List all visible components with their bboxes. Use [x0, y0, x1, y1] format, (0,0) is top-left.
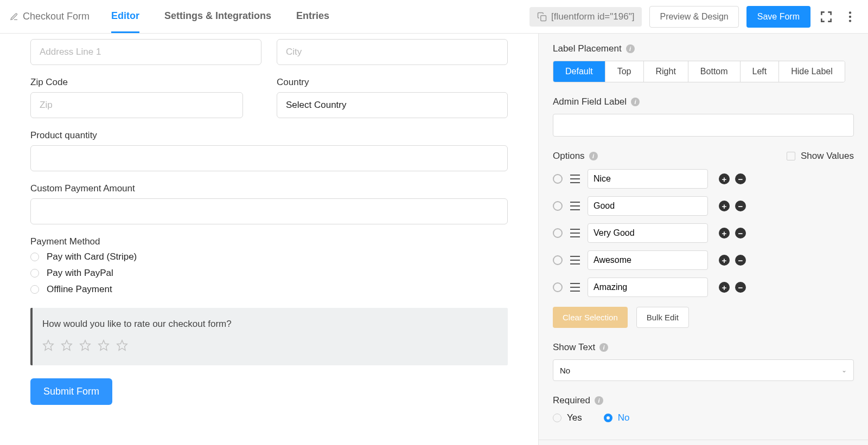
option-default-radio[interactable] [553, 255, 563, 265]
option-row: + − [553, 278, 854, 297]
show-values-label: Show Values [801, 151, 854, 162]
svg-rect-0 [541, 15, 546, 21]
placement-right[interactable]: Right [644, 61, 688, 82]
payment-method-option[interactable]: Offline Payment [30, 284, 508, 295]
address-line1-input[interactable] [30, 39, 261, 65]
info-icon[interactable]: i [626, 44, 635, 53]
rating-field-selected[interactable]: How would you like to rate our checkout … [30, 308, 508, 365]
drag-handle-icon[interactable] [570, 256, 580, 265]
save-form-button[interactable]: Save Form [746, 6, 810, 28]
payment-methods-group: Pay with Card (Stripe) Pay with PayPal O… [30, 251, 508, 295]
label-placement-label: Label Placement [553, 43, 622, 54]
required-yes-option[interactable]: Yes [553, 412, 582, 423]
tab-settings[interactable]: Settings & Integrations [164, 1, 271, 33]
show-values-toggle[interactable]: Show Values [787, 151, 854, 162]
settings-sidebar: Label Placement i Default Top Right Bott… [538, 34, 868, 445]
tabs: Editor Settings & Integrations Entries [111, 1, 329, 33]
info-icon[interactable]: i [595, 396, 603, 405]
drag-handle-icon[interactable] [570, 229, 580, 237]
info-icon[interactable]: i [589, 152, 598, 160]
product-quantity-input[interactable] [30, 145, 508, 171]
option-default-radio[interactable] [553, 228, 563, 238]
drag-handle-icon[interactable] [570, 283, 580, 292]
remove-option-button[interactable]: − [735, 173, 746, 184]
clear-selection-button[interactable]: Clear Selection [553, 307, 628, 328]
remove-option-button[interactable]: − [735, 228, 746, 238]
admin-field-label: Admin Field Label [553, 96, 627, 107]
option-default-radio[interactable] [553, 174, 563, 184]
svg-point-2 [849, 15, 851, 17]
option-label-input[interactable] [588, 278, 708, 297]
svg-marker-6 [80, 340, 90, 350]
option-row: + − [553, 169, 854, 189]
custom-payment-label: Custom Payment Amount [30, 183, 508, 194]
star-icon[interactable] [116, 339, 128, 351]
shortcode-pill[interactable]: [fluentform id="196"] [529, 7, 642, 27]
tab-editor[interactable]: Editor [111, 1, 139, 33]
add-option-button[interactable]: + [719, 201, 730, 211]
edit-icon [10, 12, 18, 21]
svg-marker-5 [62, 340, 72, 350]
star-icon[interactable] [79, 339, 91, 351]
drag-handle-icon[interactable] [570, 175, 580, 183]
svg-marker-8 [117, 340, 127, 350]
required-no-option[interactable]: No [604, 412, 630, 423]
remove-option-button[interactable]: − [735, 282, 746, 293]
bulk-edit-button[interactable]: Bulk Edit [636, 307, 689, 328]
option-label-input[interactable] [588, 196, 708, 216]
option-label-input[interactable] [588, 169, 708, 189]
add-option-button[interactable]: + [719, 228, 730, 238]
tab-entries[interactable]: Entries [296, 1, 329, 33]
placement-hide[interactable]: Hide Label [779, 61, 845, 82]
payment-method-option[interactable]: Pay with Card (Stripe) [30, 251, 508, 262]
option-default-radio[interactable] [553, 201, 563, 211]
remove-option-button[interactable]: − [735, 201, 746, 211]
add-option-button[interactable]: + [719, 173, 730, 184]
show-text-label: Show Text [553, 342, 595, 353]
zip-label: Zip Code [30, 77, 261, 88]
option-default-radio[interactable] [553, 282, 563, 292]
add-option-button[interactable]: + [719, 282, 730, 293]
option-label-input[interactable] [588, 250, 708, 270]
placement-default[interactable]: Default [553, 61, 605, 82]
drag-handle-icon[interactable] [570, 202, 580, 210]
radio-icon [30, 285, 39, 294]
payment-method-option-label: Pay with Card (Stripe) [47, 251, 137, 262]
add-option-button[interactable]: + [719, 255, 730, 266]
info-icon[interactable]: i [599, 343, 608, 352]
fullscreen-button[interactable] [818, 9, 834, 25]
zip-input[interactable] [30, 92, 243, 118]
custom-payment-input[interactable] [30, 198, 508, 224]
submit-button[interactable]: Submit Form [30, 378, 112, 405]
placement-top[interactable]: Top [605, 61, 644, 82]
show-text-select[interactable]: No ⌄ [553, 359, 854, 381]
country-select[interactable]: Select Country [277, 92, 508, 118]
remove-option-button[interactable]: − [735, 255, 746, 266]
star-icon[interactable] [98, 339, 110, 351]
option-row: + − [553, 223, 854, 243]
admin-field-input[interactable] [553, 114, 854, 137]
radio-icon [553, 414, 561, 422]
city-input[interactable] [277, 39, 508, 65]
options-list: + − + − [553, 169, 854, 297]
chevron-down-icon: ⌄ [841, 366, 847, 374]
option-row: + − [553, 196, 854, 216]
radio-icon [30, 253, 39, 261]
more-menu-button[interactable] [842, 9, 858, 25]
star-icon[interactable] [42, 339, 54, 351]
breadcrumb[interactable]: Checkout Form [10, 11, 90, 22]
rating-stars[interactable] [42, 339, 498, 351]
copy-icon [537, 12, 547, 22]
placement-left[interactable]: Left [741, 61, 780, 82]
svg-point-1 [849, 11, 851, 14]
payment-method-option[interactable]: Pay with PayPal [30, 268, 508, 279]
advanced-options-toggle[interactable]: Advanced Options [539, 440, 868, 445]
star-icon[interactable] [61, 339, 73, 351]
svg-marker-4 [43, 340, 53, 350]
info-icon[interactable]: i [631, 98, 640, 106]
option-label-input[interactable] [588, 223, 708, 243]
radio-icon [604, 414, 612, 422]
placement-bottom[interactable]: Bottom [688, 61, 741, 82]
preview-design-button[interactable]: Preview & Design [649, 6, 738, 28]
required-label: Required [553, 395, 590, 406]
